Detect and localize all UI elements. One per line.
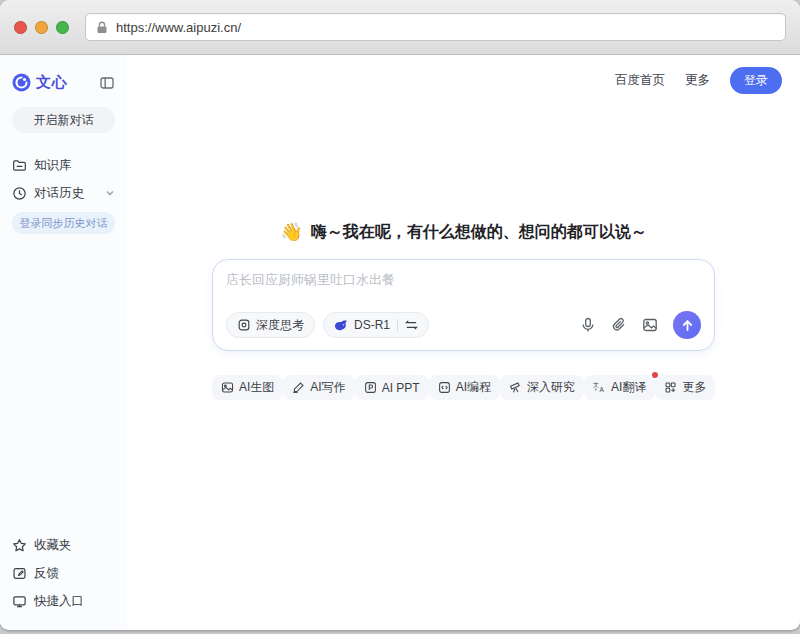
greeting: 👋 嗨～我在呢，有什么想做的、想问的都可以说～: [212, 221, 715, 243]
feature-ai-ppt[interactable]: AI PPT: [355, 375, 429, 400]
url-text: https://www.aipuzi.cn/: [116, 20, 241, 35]
sidebar-item-chat-history[interactable]: 对话历史: [12, 179, 115, 207]
feature-label: AI写作: [310, 379, 345, 396]
sync-history-button[interactable]: 登录同步历史对话: [12, 212, 115, 234]
sidebar-item-knowledge-base[interactable]: 知识库: [12, 151, 115, 179]
feature-ai-writing[interactable]: AI写作: [283, 375, 354, 400]
nav-link-baidu-home[interactable]: 百度首页: [615, 72, 665, 89]
brand-name: 文心: [36, 73, 68, 92]
deep-think-toggle[interactable]: 深度思考: [226, 312, 315, 338]
feature-label: AI编程: [456, 379, 491, 396]
sidebar-footer: 收藏夹 反馈 快捷入口: [12, 531, 115, 617]
sidebar-nav: 知识库 对话历史 登录同步历史对话: [12, 151, 115, 234]
feedback-icon: [12, 566, 27, 581]
traffic-lights: [14, 21, 69, 34]
deep-think-icon: [237, 318, 251, 332]
image-icon: [642, 317, 658, 333]
main-area: 百度首页 更多 登录 👋 嗨～我在呢，有什么想做的、想问的都可以说～ 深度思考: [127, 55, 800, 629]
feature-label: AI生图: [239, 379, 274, 396]
ai-writing-icon: [292, 381, 305, 394]
chevron-down-icon: [105, 188, 115, 198]
knowledge-base-icon: [12, 158, 27, 173]
sidebar-item-label: 对话历史: [34, 185, 84, 202]
send-button[interactable]: [673, 311, 701, 339]
sidebar: 文心 开启新对话 知识库 对话历史 登录同步历史对话: [0, 55, 127, 629]
top-nav: 百度首页 更多 登录: [127, 67, 800, 93]
greeting-text: 嗨～我在呢，有什么想做的、想问的都可以说～: [311, 222, 647, 243]
feature-label: AI PPT: [382, 381, 420, 395]
collapse-sidebar-icon[interactable]: [99, 75, 115, 91]
microphone-button[interactable]: [580, 317, 596, 333]
new-chat-button[interactable]: 开启新对话: [12, 107, 115, 133]
chat-composer: 深度思考 DS-R1: [212, 259, 715, 351]
feature-ai-translate[interactable]: 文A AI翻译: [584, 375, 655, 400]
wenxin-logo-icon: [12, 73, 31, 92]
ai-coding-icon: [438, 381, 451, 394]
feature-deep-research[interactable]: 深入研究: [500, 375, 584, 400]
close-window-button[interactable]: [14, 21, 27, 34]
switch-model-icon: [405, 319, 418, 331]
arrow-up-icon: [681, 319, 694, 332]
browser-titlebar: https://www.aipuzi.cn/: [0, 0, 800, 55]
sidebar-item-label: 知识库: [34, 157, 72, 174]
nav-link-more[interactable]: 更多: [685, 72, 710, 89]
login-button[interactable]: 登录: [730, 67, 782, 94]
ai-ppt-icon: [364, 381, 377, 394]
feature-shortcuts: AI生图 AI写作 AI PPT AI编程: [212, 375, 715, 400]
ai-image-icon: [221, 381, 234, 394]
history-icon: [12, 186, 27, 201]
deep-research-icon: [509, 381, 522, 394]
feature-label: 更多: [682, 379, 706, 396]
chat-input[interactable]: [226, 272, 701, 287]
sidebar-item-label: 快捷入口: [34, 593, 84, 610]
microphone-icon: [580, 317, 596, 333]
lock-icon: [96, 21, 108, 34]
feature-label: 深入研究: [527, 379, 575, 396]
sidebar-item-label: 反馈: [34, 565, 59, 582]
attach-file-button[interactable]: [611, 317, 627, 333]
model-selector[interactable]: DS-R1: [323, 312, 429, 338]
ai-translate-icon: 文A: [593, 381, 606, 394]
model-label: DS-R1: [354, 318, 390, 332]
more-grid-icon: [664, 381, 677, 394]
sidebar-item-shortcut[interactable]: 快捷入口: [12, 587, 115, 615]
deep-think-label: 深度思考: [256, 317, 304, 334]
sidebar-item-feedback[interactable]: 反馈: [12, 559, 115, 587]
url-bar[interactable]: https://www.aipuzi.cn/: [85, 13, 786, 41]
feature-more[interactable]: 更多: [655, 375, 715, 400]
minimize-window-button[interactable]: [35, 21, 48, 34]
feature-label: AI翻译: [611, 379, 646, 396]
paperclip-icon: [611, 317, 627, 333]
maximize-window-button[interactable]: [56, 21, 69, 34]
feature-ai-coding[interactable]: AI编程: [429, 375, 500, 400]
feature-ai-image[interactable]: AI生图: [212, 375, 283, 400]
sidebar-item-favorites[interactable]: 收藏夹: [12, 531, 115, 559]
waving-hand-emoji: 👋: [280, 221, 302, 243]
upload-image-button[interactable]: [642, 317, 658, 333]
svg-text:文: 文: [593, 381, 599, 388]
deepseek-whale-icon: [334, 319, 349, 332]
svg-text:A: A: [600, 386, 605, 393]
shortcut-icon: [12, 594, 27, 609]
sidebar-item-label: 收藏夹: [34, 537, 72, 554]
browser-window: https://www.aipuzi.cn/ 文心 开启新对话 知识库 对话历史: [0, 0, 800, 630]
star-icon: [12, 538, 27, 553]
